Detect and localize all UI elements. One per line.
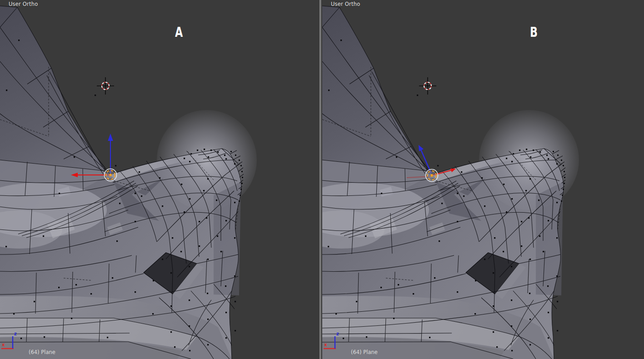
3d-cursor-icon (419, 77, 436, 95)
object-status-label: (64) Plane (351, 349, 378, 355)
gizmo-center-handle[interactable] (426, 170, 438, 182)
comparison-marker-a: A (175, 24, 183, 40)
blender-viewport-comparison: User Ortho A (64) Plane x z (0, 0, 644, 359)
viewport-b[interactable]: User Ortho B (64) Plane x z (322, 0, 644, 359)
viewport-b-overlay (322, 0, 644, 359)
view-mode-label: User Ortho (331, 1, 360, 7)
mini-axis-z-label: z (336, 331, 339, 336)
area-divider[interactable] (319, 0, 322, 359)
object-status-label: (64) Plane (29, 349, 55, 355)
viewport-a-overlay (0, 0, 319, 359)
gizmo-z-axis-arrow[interactable] (419, 145, 431, 174)
selected-vertex[interactable] (110, 174, 112, 176)
viewport-a[interactable]: User Ortho A (64) Plane x z (0, 0, 319, 359)
3d-cursor-icon (97, 77, 114, 95)
mini-axis-x-label: x (2, 342, 5, 347)
mini-axis-x-label: x (324, 342, 327, 347)
view-mode-label: User Ortho (9, 1, 38, 7)
mini-axis-z-label: z (14, 331, 17, 336)
translate-gizmo[interactable] (407, 145, 456, 182)
gizmo-center-handle[interactable] (105, 169, 117, 181)
mini-axis-gizmo: x z (0, 330, 21, 353)
mini-axis-gizmo: x z (322, 330, 343, 353)
selected-vertex[interactable] (431, 175, 433, 177)
gizmo-z-axis-arrow[interactable] (108, 134, 113, 175)
translate-gizmo[interactable] (71, 134, 117, 181)
comparison-marker-b: B (530, 24, 538, 40)
